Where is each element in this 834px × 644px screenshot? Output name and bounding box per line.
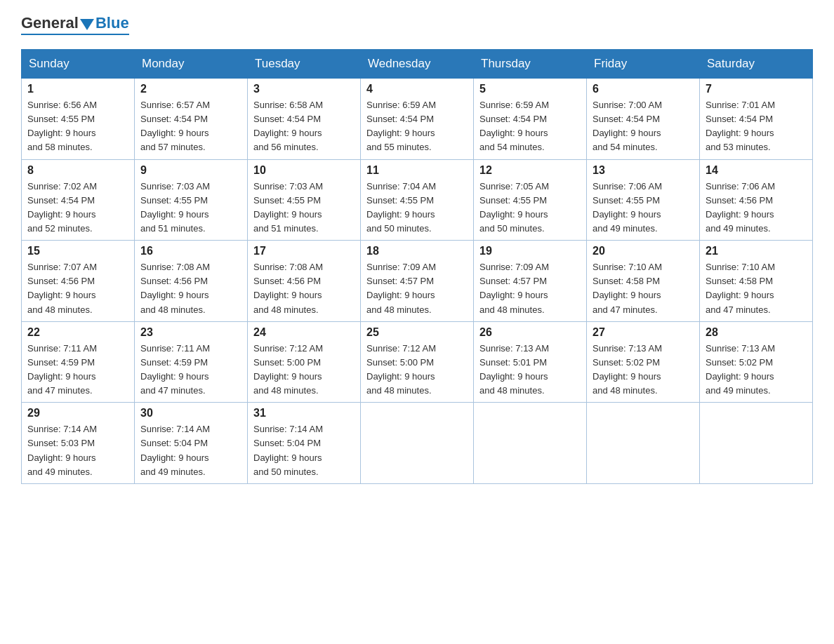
calendar-cell: 4Sunrise: 6:59 AMSunset: 4:54 PMDaylight… — [361, 79, 474, 160]
calendar-cell — [587, 403, 700, 484]
calendar-cell: 31Sunrise: 7:14 AMSunset: 5:04 PMDayligh… — [248, 403, 361, 484]
calendar-cell: 20Sunrise: 7:10 AMSunset: 4:58 PMDayligh… — [587, 241, 700, 322]
calendar-cell: 2Sunrise: 6:57 AMSunset: 4:54 PMDaylight… — [135, 79, 248, 160]
day-info: Sunrise: 7:06 AMSunset: 4:55 PMDaylight:… — [593, 180, 694, 236]
day-number: 14 — [706, 164, 807, 177]
day-info: Sunrise: 7:00 AMSunset: 4:54 PMDaylight:… — [593, 98, 694, 155]
day-info: Sunrise: 7:13 AMSunset: 5:02 PMDaylight:… — [593, 342, 694, 398]
day-number: 13 — [593, 164, 694, 177]
calendar-cell: 12Sunrise: 7:05 AMSunset: 4:55 PMDayligh… — [474, 159, 587, 241]
day-info: Sunrise: 7:12 AMSunset: 5:00 PMDaylight:… — [253, 342, 355, 398]
day-number: 26 — [479, 326, 581, 339]
day-info: Sunrise: 7:10 AMSunset: 4:58 PMDaylight:… — [706, 260, 807, 317]
calendar-cell — [700, 403, 813, 484]
calendar-cell — [474, 403, 587, 484]
day-info: Sunrise: 7:03 AMSunset: 4:55 PMDaylight:… — [140, 180, 241, 236]
calendar-cell: 29Sunrise: 7:14 AMSunset: 5:03 PMDayligh… — [22, 403, 135, 484]
page-header: General Blue — [21, 14, 813, 35]
day-number: 28 — [706, 326, 807, 339]
day-info: Sunrise: 7:11 AMSunset: 4:59 PMDaylight:… — [140, 342, 241, 398]
day-info: Sunrise: 7:07 AMSunset: 4:56 PMDaylight:… — [27, 260, 128, 317]
day-info: Sunrise: 7:13 AMSunset: 5:01 PMDaylight:… — [479, 342, 581, 398]
day-number: 12 — [479, 164, 581, 177]
day-number: 7 — [706, 83, 807, 95]
calendar-cell: 1Sunrise: 6:56 AMSunset: 4:55 PMDaylight… — [22, 79, 135, 160]
day-info: Sunrise: 7:03 AMSunset: 4:55 PMDaylight:… — [253, 180, 355, 236]
calendar-cell: 19Sunrise: 7:09 AMSunset: 4:57 PMDayligh… — [474, 241, 587, 322]
calendar-cell: 18Sunrise: 7:09 AMSunset: 4:57 PMDayligh… — [361, 241, 474, 322]
calendar-cell: 8Sunrise: 7:02 AMSunset: 4:54 PMDaylight… — [22, 159, 135, 241]
calendar-week-row: 1Sunrise: 6:56 AMSunset: 4:55 PMDaylight… — [22, 79, 813, 160]
day-info: Sunrise: 7:08 AMSunset: 4:56 PMDaylight:… — [253, 260, 355, 317]
calendar-week-row: 15Sunrise: 7:07 AMSunset: 4:56 PMDayligh… — [22, 241, 813, 322]
day-number: 10 — [253, 164, 355, 177]
calendar-cell: 6Sunrise: 7:00 AMSunset: 4:54 PMDaylight… — [587, 79, 700, 160]
day-info: Sunrise: 7:11 AMSunset: 4:59 PMDaylight:… — [27, 342, 128, 398]
calendar-cell: 7Sunrise: 7:01 AMSunset: 4:54 PMDaylight… — [700, 79, 813, 160]
day-number: 16 — [140, 245, 241, 257]
day-number: 11 — [366, 164, 468, 177]
calendar-table: SundayMondayTuesdayWednesdayThursdayFrid… — [21, 49, 813, 484]
day-number: 23 — [140, 326, 241, 339]
logo-triangle-icon — [80, 19, 94, 30]
weekday-header-row: SundayMondayTuesdayWednesdayThursdayFrid… — [22, 50, 813, 79]
calendar-cell: 28Sunrise: 7:13 AMSunset: 5:02 PMDayligh… — [700, 321, 813, 403]
calendar-cell: 10Sunrise: 7:03 AMSunset: 4:55 PMDayligh… — [248, 159, 361, 241]
day-info: Sunrise: 6:59 AMSunset: 4:54 PMDaylight:… — [479, 98, 581, 155]
calendar-cell: 15Sunrise: 7:07 AMSunset: 4:56 PMDayligh… — [22, 241, 135, 322]
calendar-cell: 21Sunrise: 7:10 AMSunset: 4:58 PMDayligh… — [700, 241, 813, 322]
calendar-cell: 30Sunrise: 7:14 AMSunset: 5:04 PMDayligh… — [135, 403, 248, 484]
calendar-cell: 3Sunrise: 6:58 AMSunset: 4:54 PMDaylight… — [248, 79, 361, 160]
weekday-header-wednesday: Wednesday — [361, 50, 474, 79]
weekday-header-sunday: Sunday — [22, 50, 135, 79]
day-number: 1 — [27, 83, 128, 95]
calendar-cell: 14Sunrise: 7:06 AMSunset: 4:56 PMDayligh… — [700, 159, 813, 241]
logo-underline — [21, 34, 129, 35]
day-number: 15 — [27, 245, 128, 257]
day-number: 31 — [253, 407, 355, 420]
logo-blue-text: Blue — [95, 14, 129, 32]
day-number: 4 — [366, 83, 468, 95]
day-info: Sunrise: 7:09 AMSunset: 4:57 PMDaylight:… — [479, 260, 581, 317]
day-number: 29 — [27, 407, 128, 420]
calendar-cell: 25Sunrise: 7:12 AMSunset: 5:00 PMDayligh… — [361, 321, 474, 403]
day-number: 9 — [140, 164, 241, 177]
day-info: Sunrise: 6:59 AMSunset: 4:54 PMDaylight:… — [366, 98, 468, 155]
logo-general-text: General — [21, 14, 79, 32]
calendar-cell: 9Sunrise: 7:03 AMSunset: 4:55 PMDaylight… — [135, 159, 248, 241]
calendar-cell: 26Sunrise: 7:13 AMSunset: 5:01 PMDayligh… — [474, 321, 587, 403]
day-info: Sunrise: 7:01 AMSunset: 4:54 PMDaylight:… — [706, 98, 807, 155]
calendar-week-row: 8Sunrise: 7:02 AMSunset: 4:54 PMDaylight… — [22, 159, 813, 241]
day-number: 20 — [593, 245, 694, 257]
day-number: 27 — [593, 326, 694, 339]
calendar-cell: 5Sunrise: 6:59 AMSunset: 4:54 PMDaylight… — [474, 79, 587, 160]
weekday-header-friday: Friday — [587, 50, 700, 79]
calendar-cell: 17Sunrise: 7:08 AMSunset: 4:56 PMDayligh… — [248, 241, 361, 322]
day-number: 21 — [706, 245, 807, 257]
day-number: 6 — [593, 83, 694, 95]
calendar-week-row: 29Sunrise: 7:14 AMSunset: 5:03 PMDayligh… — [22, 403, 813, 484]
day-number: 19 — [479, 245, 581, 257]
calendar-cell: 11Sunrise: 7:04 AMSunset: 4:55 PMDayligh… — [361, 159, 474, 241]
calendar-week-row: 22Sunrise: 7:11 AMSunset: 4:59 PMDayligh… — [22, 321, 813, 403]
day-info: Sunrise: 7:10 AMSunset: 4:58 PMDaylight:… — [593, 260, 694, 317]
calendar-cell — [361, 403, 474, 484]
weekday-header-monday: Monday — [135, 50, 248, 79]
day-info: Sunrise: 7:05 AMSunset: 4:55 PMDaylight:… — [479, 180, 581, 236]
day-info: Sunrise: 7:04 AMSunset: 4:55 PMDaylight:… — [366, 180, 468, 236]
day-info: Sunrise: 7:06 AMSunset: 4:56 PMDaylight:… — [706, 180, 807, 236]
calendar-cell: 24Sunrise: 7:12 AMSunset: 5:00 PMDayligh… — [248, 321, 361, 403]
day-number: 17 — [253, 245, 355, 257]
day-info: Sunrise: 7:14 AMSunset: 5:03 PMDaylight:… — [27, 422, 128, 479]
day-info: Sunrise: 7:12 AMSunset: 5:00 PMDaylight:… — [366, 342, 468, 398]
day-number: 30 — [140, 407, 241, 420]
day-info: Sunrise: 6:56 AMSunset: 4:55 PMDaylight:… — [27, 98, 128, 155]
weekday-header-saturday: Saturday — [700, 50, 813, 79]
day-info: Sunrise: 7:14 AMSunset: 5:04 PMDaylight:… — [253, 422, 355, 479]
calendar-cell: 13Sunrise: 7:06 AMSunset: 4:55 PMDayligh… — [587, 159, 700, 241]
day-info: Sunrise: 7:13 AMSunset: 5:02 PMDaylight:… — [706, 342, 807, 398]
day-info: Sunrise: 7:14 AMSunset: 5:04 PMDaylight:… — [140, 422, 241, 479]
day-number: 25 — [366, 326, 468, 339]
day-info: Sunrise: 6:58 AMSunset: 4:54 PMDaylight:… — [253, 98, 355, 155]
day-number: 8 — [27, 164, 128, 177]
